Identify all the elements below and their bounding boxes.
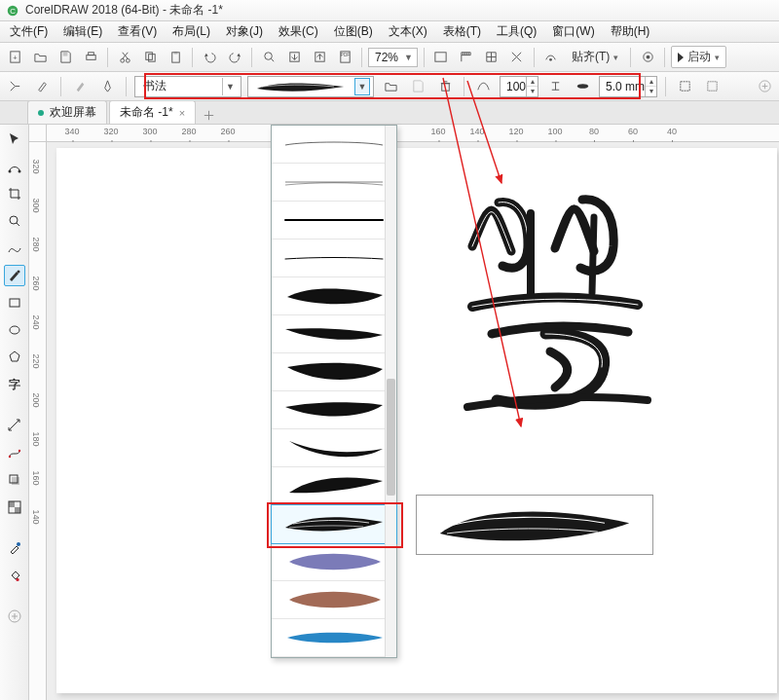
ruler-vertical: 320 300 280 260 240 220 200 180 160 140 (29, 142, 47, 700)
scrollbar-thumb[interactable] (387, 379, 395, 496)
add-panel-icon[interactable] (754, 76, 775, 97)
brush-pressure-icon[interactable] (69, 76, 91, 97)
save-preset-icon[interactable] (407, 76, 428, 97)
ruler-tick: 120 (508, 127, 523, 136)
menu-text[interactable]: 文本(X) (383, 21, 433, 42)
brush-item-selected[interactable] (271, 504, 397, 544)
artistic-media-tool[interactable] (4, 265, 25, 286)
menu-window[interactable]: 窗口(W) (546, 21, 600, 42)
menu-help[interactable]: 帮助(H) (605, 21, 656, 42)
text-tool[interactable]: 字 (4, 374, 25, 395)
ellipse-tool[interactable] (4, 319, 25, 341)
snap-dropdown-icon[interactable] (540, 47, 562, 68)
delete-preset-icon[interactable] (434, 76, 456, 97)
zoom-tool[interactable] (4, 210, 25, 232)
menu-layout[interactable]: 布局(L) (167, 21, 216, 42)
stroke-width-spinner[interactable]: 5.0 mm ▴▾ (599, 76, 657, 97)
brush-item-6[interactable] (272, 315, 396, 353)
rectangle-tool[interactable] (4, 292, 25, 313)
page[interactable] (56, 148, 777, 693)
pdf-export-button[interactable]: PDF (334, 47, 355, 68)
menu-bitmap[interactable]: 位图(B) (328, 21, 379, 42)
ruler-tick: 320 (103, 127, 118, 136)
brush-item-2[interactable] (272, 164, 396, 202)
redo-button[interactable] (224, 47, 245, 68)
crop-tool[interactable] (4, 183, 25, 204)
copy-button[interactable] (139, 47, 161, 68)
fullscreen-button[interactable] (430, 47, 452, 68)
search-button[interactable] (258, 47, 279, 68)
dimension-tool[interactable] (4, 415, 25, 436)
spinner-buttons[interactable]: ▴▾ (526, 77, 538, 96)
snap-combo[interactable]: 贴齐(T) ▾ (566, 47, 624, 67)
svg-rect-5 (86, 55, 94, 60)
add-tool-icon[interactable] (4, 606, 25, 627)
brush-mode-preset-icon[interactable] (4, 76, 25, 97)
scrollbar[interactable] (385, 126, 396, 657)
tab-welcome[interactable]: 欢迎屏幕 (27, 100, 107, 124)
svg-point-21 (646, 55, 649, 59)
brush-stroke-combo[interactable]: ▼ (247, 76, 374, 97)
brush-item-4[interactable] (272, 239, 396, 277)
pick-tool[interactable] (4, 129, 25, 150)
brush-item-9[interactable] (272, 429, 396, 467)
spinner-buttons[interactable]: ▴▾ (645, 77, 656, 96)
drop-shadow-tool[interactable] (4, 469, 25, 491)
import-button[interactable] (283, 47, 305, 68)
ruler-tick: 260 (31, 276, 41, 291)
close-icon[interactable]: × (179, 107, 185, 119)
save-button[interactable] (55, 47, 76, 68)
menu-edit[interactable]: 编辑(E) (57, 21, 108, 42)
transparency-tool[interactable] (4, 497, 25, 518)
brush-item-3[interactable] (272, 202, 396, 239)
svg-point-7 (120, 58, 124, 62)
cut-button[interactable] (114, 47, 135, 68)
svg-point-19 (550, 58, 553, 61)
new-doc-button[interactable]: + (4, 47, 25, 68)
smoothing-spinner[interactable]: 100 ▴▾ (500, 76, 538, 97)
svg-point-28 (18, 170, 20, 173)
print-button[interactable] (80, 47, 101, 68)
polygon-tool[interactable] (4, 347, 25, 368)
menu-table[interactable]: 表格(T) (437, 21, 487, 42)
show-rulers-button[interactable] (456, 47, 477, 68)
eyedropper-tool[interactable] (4, 537, 25, 559)
brush-stroke-dropdown[interactable] (271, 125, 397, 658)
bounding-box-icon[interactable] (674, 76, 695, 97)
brush-category-combo[interactable]: 书法 ▼ (134, 76, 241, 97)
brush-item-7[interactable] (272, 353, 396, 391)
show-grid-button[interactable] (481, 47, 502, 68)
connector-tool[interactable] (4, 442, 25, 463)
brush-item-14[interactable] (272, 619, 396, 657)
menu-effect[interactable]: 效果(C) (273, 21, 324, 42)
brush-item-10[interactable] (272, 467, 396, 505)
tab-document[interactable]: 未命名 -1* × (109, 100, 196, 124)
brush-pen-icon[interactable] (31, 76, 53, 97)
paste-button[interactable] (165, 47, 186, 68)
menu-tools[interactable]: 工具(Q) (491, 21, 542, 42)
brush-item-5[interactable] (272, 277, 396, 315)
shape-tool[interactable] (4, 156, 25, 177)
menu-object[interactable]: 对象(J) (220, 21, 269, 42)
export-button[interactable] (309, 47, 330, 68)
options-button[interactable] (637, 47, 658, 68)
open-button[interactable] (29, 47, 51, 68)
svg-point-35 (18, 450, 19, 452)
freehand-tool[interactable] (4, 238, 25, 259)
brush-nib-icon[interactable] (96, 76, 118, 97)
lock-ratio-icon[interactable] (544, 76, 566, 97)
new-tab-button[interactable] (200, 106, 217, 124)
brush-item-8[interactable] (272, 391, 396, 429)
dashed-box-icon[interactable] (701, 76, 723, 97)
brush-item-1[interactable] (272, 126, 396, 164)
launch-button[interactable]: 启动 ▾ (671, 46, 726, 68)
brush-item-12[interactable] (272, 543, 396, 581)
fill-tool[interactable] (4, 565, 25, 586)
folder-open-icon[interactable] (380, 76, 401, 97)
show-guides-button[interactable] (506, 47, 528, 68)
brush-item-13[interactable] (272, 581, 396, 619)
zoom-combo[interactable]: 72% ▼ (368, 48, 418, 67)
undo-button[interactable] (199, 47, 220, 68)
menu-view[interactable]: 查看(V) (112, 21, 163, 42)
menu-file[interactable]: 文件(F) (4, 21, 54, 42)
